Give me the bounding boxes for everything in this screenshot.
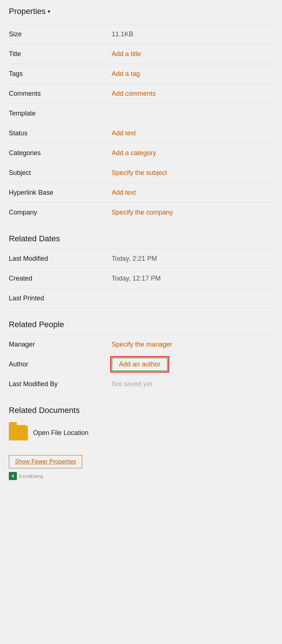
last-modified-row: Last Modified Today, 2:21 PM — [9, 249, 273, 268]
related-documents-section: Related Documents Open File Location — [9, 406, 273, 445]
manager-label: Manager — [9, 341, 112, 348]
title-label: Title — [9, 50, 112, 58]
last-modified-by-row: Last Modified By Not saved yet — [9, 374, 273, 394]
categories-label: Categories — [9, 149, 112, 157]
status-value[interactable]: Add text — [112, 129, 136, 137]
hyperlink-base-row[interactable]: Hyperlink Base Add text — [9, 183, 273, 202]
tags-row[interactable]: Tags Add a tag — [9, 64, 273, 84]
chevron-down-icon[interactable]: ▾ — [48, 8, 50, 14]
show-fewer-properties-button[interactable]: Show Fewer Properties — [9, 455, 82, 468]
subject-row[interactable]: Subject Specify the subject — [9, 163, 273, 183]
last-modified-by-label: Last Modified By — [9, 380, 112, 388]
related-people-title: Related People — [9, 320, 273, 329]
last-modified-label: Last Modified — [9, 255, 112, 263]
categories-row[interactable]: Categories Add a category — [9, 143, 273, 163]
related-documents-title: Related Documents — [9, 406, 273, 415]
categories-value[interactable]: Add a category — [112, 149, 156, 157]
brand-icon: X — [9, 472, 17, 480]
panel-title: Properties — [9, 7, 46, 16]
properties-rows: Size 11.1KB Title Add a title Tags Add a… — [9, 24, 273, 222]
manager-row[interactable]: Manager Specify the manager — [9, 334, 273, 354]
add-author-button[interactable]: Add an author — [112, 358, 168, 371]
tags-label: Tags — [9, 70, 112, 78]
comments-value[interactable]: Add comments — [112, 90, 156, 98]
subject-value[interactable]: Specify the subject — [112, 169, 167, 177]
subject-label: Subject — [9, 169, 112, 177]
template-row: Template — [9, 103, 273, 123]
title-value[interactable]: Add a title — [112, 50, 141, 58]
created-row: Created Today, 12:17 PM — [9, 268, 273, 288]
tags-value[interactable]: Add a tag — [112, 70, 140, 78]
related-dates-section: Related Dates Last Modified Today, 2:21 … — [9, 234, 273, 308]
footer-brand: X ExcelDemy — [9, 472, 273, 480]
size-row: Size 11.1KB — [9, 24, 273, 44]
template-label: Template — [9, 110, 112, 117]
properties-panel: Properties ▾ Size 11.1KB Title Add a tit… — [0, 0, 282, 491]
created-value: Today, 12:17 PM — [112, 275, 161, 282]
panel-header: Properties ▾ — [9, 7, 273, 16]
status-row[interactable]: Status Add text — [9, 123, 273, 143]
related-dates-title: Related Dates — [9, 234, 273, 244]
folder-icon — [9, 425, 28, 440]
manager-value[interactable]: Specify the manager — [112, 341, 172, 348]
size-value: 11.1KB — [112, 30, 133, 38]
author-row[interactable]: Author Add an author — [9, 354, 273, 374]
company-row[interactable]: Company Specify the company — [9, 202, 273, 222]
brand-name: ExcelDemy — [19, 473, 43, 479]
comments-row[interactable]: Comments Add comments — [9, 84, 273, 103]
title-row[interactable]: Title Add a title — [9, 44, 273, 64]
last-printed-label: Last Printed — [9, 294, 112, 302]
hyperlink-base-value[interactable]: Add text — [112, 189, 136, 197]
size-label: Size — [9, 30, 112, 38]
show-fewer-container: Show Fewer Properties — [9, 445, 273, 468]
related-people-section: Related People Manager Specify the manag… — [9, 320, 273, 394]
open-file-label[interactable]: Open File Location — [33, 429, 88, 437]
created-label: Created — [9, 275, 112, 282]
status-label: Status — [9, 129, 112, 137]
hyperlink-base-label: Hyperlink Base — [9, 189, 112, 197]
comments-label: Comments — [9, 90, 112, 98]
properties-section: Size 11.1KB Title Add a title Tags Add a… — [9, 24, 273, 222]
company-label: Company — [9, 209, 112, 216]
last-modified-value: Today, 2:21 PM — [112, 255, 157, 263]
last-printed-row: Last Printed — [9, 288, 273, 308]
last-modified-by-value: Not saved yet — [112, 380, 152, 388]
company-value[interactable]: Specify the company — [112, 209, 173, 216]
open-file-location-row[interactable]: Open File Location — [9, 420, 273, 445]
author-label: Author — [9, 361, 112, 368]
